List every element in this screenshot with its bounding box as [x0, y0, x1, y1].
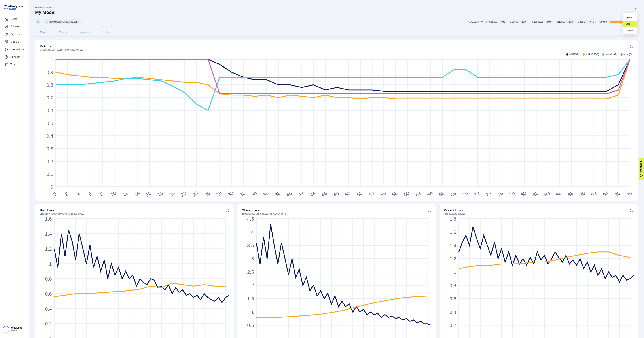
sidebar-item-projects[interactable]: Projects [2, 30, 28, 38]
command-icon [4, 40, 8, 44]
svg-point-0 [5, 5, 7, 6]
model-variant: YOLOv8n [468, 20, 479, 23]
user-card[interactable]: Ultralytics FREE [0, 324, 29, 335]
sidebar-item-home[interactable]: Home [2, 15, 28, 23]
svg-text:0.6: 0.6 [45, 291, 52, 296]
svg-text:0.6: 0.6 [46, 108, 53, 113]
menu-delete[interactable]: Delete [623, 27, 637, 33]
svg-text:40: 40 [286, 190, 293, 198]
svg-text:0.4: 0.4 [450, 309, 456, 315]
svg-text:4: 4 [76, 191, 81, 197]
brand-name: ultralytics [8, 4, 23, 8]
svg-text:0.3: 0.3 [46, 146, 53, 152]
sidebar-item-trash[interactable]: Trash [2, 61, 28, 68]
expand-icon[interactable] [630, 208, 634, 212]
svg-text:24: 24 [192, 190, 199, 198]
legend-recall(B)[interactable]: recall(B) [620, 53, 632, 56]
svg-text:1: 1 [49, 261, 52, 266]
home-icon [4, 17, 8, 21]
svg-text:64: 64 [426, 190, 434, 198]
folder-icon [4, 32, 8, 36]
svg-point-8 [635, 11, 636, 12]
sidebar-item-integrations[interactable]: Integrations [2, 46, 28, 53]
legend-mAP50(B)[interactable]: mAP50(B) [566, 53, 580, 56]
svg-text:2.5: 2.5 [247, 269, 254, 275]
svg-text:0: 0 [50, 184, 53, 190]
feedback-tab[interactable]: Feedback [639, 158, 644, 180]
svg-text:54: 54 [368, 190, 375, 198]
svg-text:1: 1 [50, 57, 53, 62]
object-loss-chart: 0.20.40.60.811.21.41.61.8061218243036424… [444, 215, 634, 338]
svg-text:38: 38 [274, 190, 281, 198]
tab-charts[interactable]: Charts [57, 28, 69, 36]
svg-text:0.2: 0.2 [46, 159, 53, 164]
sidebar-item-models[interactable]: Models [2, 38, 28, 46]
svg-text:80: 80 [520, 190, 528, 198]
svg-text:50: 50 [344, 190, 352, 198]
metrics-title: Metrics [40, 44, 82, 48]
legend-precision(B)[interactable]: precision(B) [602, 53, 617, 56]
svg-text:0.4: 0.4 [45, 306, 52, 312]
legend-mAP50-95(B)[interactable]: mAP50-95(B) [582, 53, 599, 56]
object-loss-card: Object Loss The detected objects 0.20.40… [440, 204, 638, 338]
svg-text:2: 2 [251, 282, 254, 288]
sidebar-item-datasets[interactable]: Datasets [2, 23, 28, 30]
metrics-chart: 00.10.20.30.40.50.60.70.80.9102468101214… [40, 56, 634, 198]
trash-icon [4, 63, 8, 66]
metrics-subtitle: Model accuracy measured on validation se… [40, 48, 82, 51]
menu-share[interactable]: Share [623, 14, 637, 20]
svg-text:84: 84 [544, 190, 551, 198]
main-pane: ShareEditDelete Home > Models > My Model [29, 0, 644, 338]
expand-icon[interactable] [428, 208, 432, 212]
svg-text:1.2: 1.2 [450, 256, 456, 262]
svg-text:98: 98 [626, 190, 633, 198]
owner-chip[interactable]: developer@ultralytics.com [43, 19, 82, 24]
tab-preview[interactable]: Preview [78, 28, 91, 36]
svg-text:1.6: 1.6 [45, 216, 52, 222]
svg-text:0.8: 0.8 [45, 276, 52, 282]
menu-edit[interactable]: Edit [623, 20, 637, 27]
info-patience: 100 [566, 20, 575, 24]
svg-text:0: 0 [52, 191, 58, 197]
svg-text:68: 68 [450, 190, 457, 198]
svg-text:88: 88 [567, 190, 574, 198]
info-epochs: 100 [520, 20, 528, 24]
svg-text:44: 44 [309, 190, 316, 198]
svg-text:0.2: 0.2 [450, 322, 456, 328]
svg-text:72: 72 [473, 190, 480, 198]
layers-icon [4, 48, 8, 51]
sidebar: ultralytics HUB BETA HomeDatasetsProject… [0, 0, 29, 338]
svg-point-5 [6, 58, 6, 58]
image-icon [4, 25, 8, 28]
svg-point-7 [635, 10, 636, 10]
breadcrumb[interactable]: Home > Models > [35, 6, 638, 9]
svg-text:20: 20 [168, 190, 176, 198]
svg-rect-9 [37, 22, 39, 23]
kebab-menu-button[interactable] [634, 8, 637, 12]
svg-text:0.8: 0.8 [46, 82, 53, 88]
svg-text:34: 34 [250, 190, 258, 198]
svg-text:52: 52 [356, 190, 363, 198]
svg-text:1: 1 [454, 269, 456, 275]
svg-text:6: 6 [88, 191, 92, 197]
svg-text:1.2: 1.2 [45, 246, 52, 252]
tab-deploy[interactable]: Deploy [100, 28, 112, 36]
avatar [3, 326, 10, 333]
help-icon [4, 55, 8, 59]
svg-text:0.2: 0.2 [45, 321, 52, 326]
svg-text:12: 12 [122, 190, 129, 198]
tab-train[interactable]: Train [38, 28, 48, 36]
svg-text:78: 78 [508, 190, 516, 198]
svg-text:74: 74 [485, 190, 492, 198]
svg-text:0.5: 0.5 [46, 120, 53, 126]
svg-text:32: 32 [238, 190, 246, 198]
expand-icon[interactable] [630, 44, 634, 48]
svg-text:96: 96 [614, 190, 621, 198]
brand-logo[interactable]: ultralytics HUB BETA [0, 4, 29, 15]
svg-text:66: 66 [438, 190, 446, 198]
svg-text:28: 28 [215, 190, 223, 198]
svg-text:1.5: 1.5 [247, 296, 254, 302]
sidebar-item-support[interactable]: Support [2, 53, 28, 61]
class-loss-card: Class Loss The accuracy of the classes i… [237, 204, 436, 338]
expand-icon[interactable] [225, 208, 229, 212]
